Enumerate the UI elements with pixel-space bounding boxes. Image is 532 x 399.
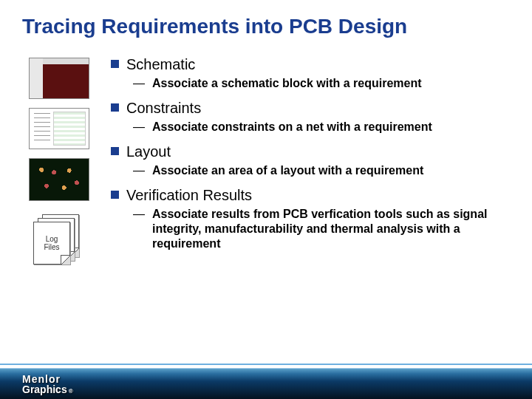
dash-bullet-icon: — <box>133 76 145 90</box>
mentor-graphics-logo: Menlor Graphics® <box>22 374 73 395</box>
registered-icon: ® <box>69 389 73 395</box>
bullet-list: Schematic — Associate a schematic block … <box>111 55 510 266</box>
footer-accent-line <box>0 364 532 365</box>
slide: Tracing Requirements into PCB Design Log… <box>0 0 532 399</box>
bullet-item: Layout <box>111 143 510 160</box>
logo-line2: Graphics <box>22 384 67 395</box>
thumbnail-column: Log Files <box>22 55 96 266</box>
square-bullet-icon <box>111 191 119 199</box>
logfile-label: Log Files <box>37 235 66 251</box>
logfile-stack-icon: Log Files <box>33 214 85 266</box>
slide-footer: Menlor Graphics® <box>0 364 532 399</box>
dash-bullet-icon: — <box>133 163 145 177</box>
logfile-icon: Log Files <box>33 222 70 265</box>
bullet-subtext: Associate constraints on a net with a re… <box>152 120 432 134</box>
bullet-subitem: — Associate constraints on a net with a … <box>133 120 510 134</box>
bullet-subitem: — Associate an area of a layout with a r… <box>133 163 510 178</box>
bullet-heading: Layout <box>126 143 171 160</box>
bullet-heading: Constraints <box>126 100 201 117</box>
bullet-subitem: — Associate a schematic block with a req… <box>133 76 510 91</box>
bullet-heading: Schematic <box>126 56 195 73</box>
bullet-subitem: — Associate results from PCB verfication… <box>133 207 510 251</box>
bullet-item: Schematic <box>111 56 510 73</box>
logo-line1: Menlor <box>22 374 73 384</box>
bullet-subtext: Associate an area of a layout with a req… <box>152 163 423 178</box>
bullet-item: Constraints <box>111 100 510 117</box>
square-bullet-icon <box>111 147 119 155</box>
slide-title: Tracing Requirements into PCB Design <box>22 15 510 38</box>
square-bullet-icon <box>111 60 119 68</box>
footer-bar <box>0 368 532 381</box>
bullet-heading: Verification Results <box>126 187 252 204</box>
bullet-item: Verification Results <box>111 187 510 204</box>
bullet-subtext: Associate a schematic block with a requi… <box>152 76 422 91</box>
layout-thumbnail-icon <box>29 158 89 201</box>
schematic-thumbnail-icon <box>29 58 89 99</box>
content-row: Log Files Schematic — Associate a schema… <box>22 55 510 266</box>
square-bullet-icon <box>111 103 119 112</box>
dash-bullet-icon: — <box>133 120 145 134</box>
dash-bullet-icon: — <box>133 207 145 221</box>
constraints-thumbnail-icon <box>29 108 89 149</box>
bullet-subtext: Associate results from PCB verfication t… <box>152 207 495 251</box>
footer-dark-bar <box>0 381 532 399</box>
